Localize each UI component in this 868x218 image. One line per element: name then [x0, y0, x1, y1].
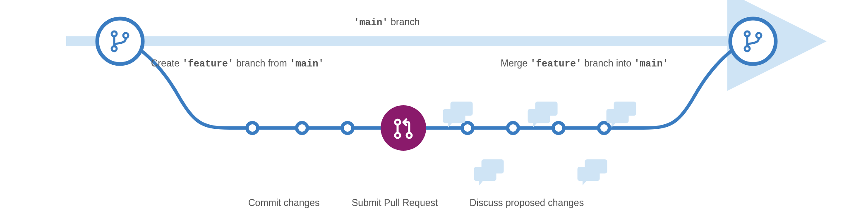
main-branch-label-code: 'main' — [354, 17, 388, 28]
svg-point-11 — [381, 105, 426, 151]
speech-bubble-icon — [607, 102, 636, 128]
svg-point-9 — [97, 19, 143, 64]
create-branch-prefix: Create — [151, 58, 182, 69]
git-flow-diagram — [0, 0, 868, 218]
commit-dot — [599, 123, 609, 133]
step-commit-label: Commit changes — [248, 197, 320, 209]
main-branch-label: 'main' branch — [354, 17, 420, 28]
merge-branch-mid: branch into — [582, 58, 634, 69]
main-branch-label-suffix: branch — [388, 17, 420, 27]
step-discuss-label: Discuss proposed changes — [470, 197, 584, 209]
create-branch-q1: 'feature' — [182, 59, 233, 69]
pull-request-node — [381, 105, 426, 151]
branch-end-node — [730, 19, 776, 64]
merge-branch-q1: 'feature' — [530, 59, 582, 69]
step-submit-label: Submit Pull Request — [352, 197, 438, 209]
create-branch-label: Create 'feature' branch from 'main' — [151, 58, 324, 69]
branch-start-node — [97, 19, 143, 64]
merge-branch-prefix: Merge — [501, 58, 530, 69]
speech-bubble-icon — [578, 159, 607, 185]
commit-dot — [247, 123, 258, 133]
svg-point-10 — [730, 19, 776, 64]
commit-dot — [342, 123, 353, 133]
commit-dot — [462, 123, 473, 133]
feature-branch-path — [120, 41, 753, 128]
commit-dot — [553, 123, 564, 133]
speech-bubble-icon — [474, 159, 504, 185]
create-branch-mid: branch from — [234, 58, 290, 69]
commit-dot — [297, 123, 307, 133]
merge-branch-label: Merge 'feature' branch into 'main' — [501, 58, 668, 69]
merge-branch-q2: 'main' — [634, 59, 668, 69]
create-branch-q2: 'main' — [290, 59, 324, 69]
commit-dot — [508, 123, 518, 133]
